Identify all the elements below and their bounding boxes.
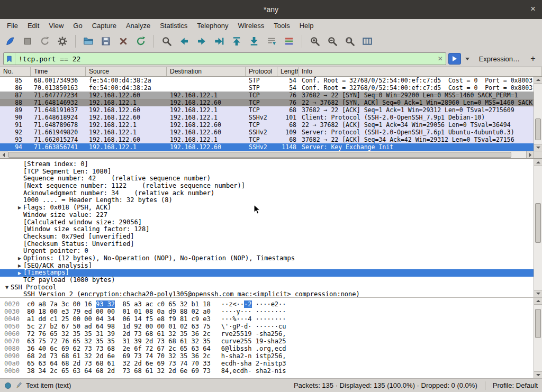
packet-row[interactable]: 90 71.648618924 192.168.122.60 192.168.1…	[0, 114, 534, 121]
detail-line[interactable]: [Checksum Status: Unverified]	[0, 241, 534, 248]
scroll-down-arrow[interactable]	[534, 144, 542, 151]
zoom-in-button[interactable]	[307, 33, 323, 49]
menu-item[interactable]: Wireless	[233, 20, 269, 31]
find-packet-button[interactable]	[159, 33, 175, 49]
details-scrollbar[interactable]	[534, 159, 542, 297]
zoom-original-button[interactable]: 1:1	[342, 33, 358, 49]
expander-icon[interactable]: ▶	[16, 205, 23, 210]
detail-line[interactable]: Window size value: 227	[0, 212, 534, 219]
detail-line[interactable]: ▼ SSH Protocol	[0, 284, 534, 291]
menu-item[interactable]: File	[2, 20, 23, 31]
filter-clear-icon[interactable]: ✕	[435, 55, 446, 62]
close-icon[interactable]: ×	[530, 0, 536, 18]
expression-button[interactable]: Expression…	[474, 55, 525, 63]
expander-icon[interactable]: ▶	[16, 271, 23, 276]
filter-apply-button[interactable]	[448, 53, 461, 65]
scroll-up-arrow[interactable]	[534, 298, 542, 305]
menu-item[interactable]: View	[44, 20, 68, 31]
detail-line[interactable]: ▶ [SEQ/ACK analysis]	[0, 262, 534, 270]
auto-scroll-button[interactable]	[264, 33, 279, 49]
menu-item[interactable]: Go	[68, 20, 87, 31]
menu-item[interactable]: Help	[295, 20, 319, 31]
hex-scrollbar[interactable]	[534, 298, 542, 378]
restart-capture-button[interactable]	[37, 33, 53, 49]
start-capture-button[interactable]	[2, 33, 18, 49]
column-header[interactable]: Time	[31, 67, 86, 76]
packet-row[interactable]: 94 71.663856741 192.168.122.1 192.168.12…	[0, 143, 534, 151]
detail-line[interactable]: ▶ Options: (12 bytes), No-Operation (NOP…	[0, 255, 534, 262]
menu-item[interactable]: Statistics	[155, 20, 192, 31]
detail-line[interactable]: Sequence number: 42 (relative sequence n…	[0, 175, 534, 183]
menu-item[interactable]: Edit	[23, 20, 44, 31]
packet-row[interactable]: 91 71.648789678 192.168.122.1 192.168.12…	[0, 121, 534, 129]
go-first-packet-button[interactable]	[229, 33, 245, 49]
scroll-down-arrow[interactable]	[534, 290, 542, 297]
column-header[interactable]: Info	[299, 67, 542, 76]
filter-dropdown-button[interactable]	[463, 53, 472, 65]
packet-row[interactable]: 92 71.661949820 192.168.122.1 192.168.12…	[0, 129, 534, 136]
go-last-packet-button[interactable]	[246, 33, 262, 49]
hex-row[interactable]: 0040 a1 dd c1 25 00 00 04 34 06 14 f5 e8…	[4, 315, 534, 323]
detail-line[interactable]: [Window size scaling factor: 128]	[0, 226, 534, 233]
packet-row[interactable]: 88 71.648146932 192.168.122.1 192.168.12…	[0, 99, 534, 106]
go-forward-button[interactable]	[194, 33, 210, 49]
detail-line[interactable]: TCP payload (1080 bytes)	[0, 277, 534, 284]
display-filter-input[interactable]	[15, 55, 435, 63]
stop-capture-button[interactable]	[20, 33, 35, 49]
hex-row[interactable]: 00b0 38 34 2c 65 63 64 68 2d 73 68 61 32…	[4, 367, 534, 375]
detail-line[interactable]: [TCP Segment Len: 1080]	[0, 168, 534, 176]
resize-columns-button[interactable]	[359, 33, 375, 49]
column-header[interactable]: Source	[86, 67, 167, 76]
detail-line[interactable]: Acknowledgment number: 34 (relative ack …	[0, 190, 534, 197]
scroll-up-arrow[interactable]	[534, 77, 542, 84]
column-header[interactable]: Destination	[167, 67, 246, 76]
add-filter-button[interactable]: +	[527, 53, 539, 65]
zoom-out-button[interactable]	[324, 33, 340, 49]
packet-row[interactable]: 87 71.647777234 192.168.122.60 192.168.1…	[0, 92, 534, 99]
detail-line[interactable]: 1000 .... = Header Length: 32 bytes (8)	[0, 197, 534, 204]
scrollbar-thumb[interactable]	[535, 309, 541, 338]
scrollbar-thumb[interactable]	[535, 203, 541, 243]
detail-line[interactable]: [Next sequence number: 1122 (relative se…	[0, 183, 534, 190]
hex-row[interactable]: 0020 c0 a8 7a 3c 00 16 93 32 85 a3 ac c0…	[4, 300, 534, 308]
detail-line[interactable]: ▶ Flags: 0x018 (PSH, ACK)	[0, 204, 534, 212]
detail-line[interactable]: Checksum: 0x79ed [unverified]	[0, 233, 534, 241]
colorize-packets-button[interactable]	[281, 33, 297, 49]
hex-row[interactable]: 0030 80 18 00 e3 79 ed 00 00 01 01 08 0a…	[4, 308, 534, 315]
reload-file-button[interactable]	[133, 33, 149, 49]
scrollbar-thumb[interactable]	[535, 118, 541, 140]
menu-item[interactable]: Analyze	[121, 20, 155, 31]
scroll-up-arrow[interactable]	[534, 159, 542, 166]
go-to-packet-button[interactable]	[211, 33, 227, 49]
capture-comment-icon[interactable]	[15, 381, 23, 389]
hex-row[interactable]: 0090 68 2d 73 68 61 32 2d 6e 69 73 74 70…	[4, 352, 534, 360]
packet-row[interactable]: 86 70.013850163 fe:54:00:d4:38:2a STP 54…	[0, 84, 534, 92]
scroll-left-arrow[interactable]	[0, 151, 7, 158]
profile-text[interactable]: Profile: Default	[493, 381, 538, 389]
close-file-button[interactable]	[115, 33, 131, 49]
filter-bookmark-icon[interactable]	[4, 53, 15, 65]
display-filter-field[interactable]: ✕	[3, 52, 446, 65]
titlebar[interactable]: *any ×	[0, 0, 542, 19]
packet-row[interactable]: 85 68.001734936 fe:54:00:d4:38:2a STP 54…	[0, 77, 534, 84]
hex-row[interactable]: 0060 72 76 65 32 35 35 31 39 2d 73 68 61…	[4, 330, 534, 338]
expander-icon[interactable]: ▶	[16, 256, 23, 261]
column-header[interactable]: Protocol	[246, 67, 277, 76]
detail-line[interactable]: [Stream index: 0]	[0, 161, 534, 168]
open-file-button[interactable]	[80, 33, 96, 49]
menu-item[interactable]: Tools	[269, 20, 294, 31]
go-back-button[interactable]	[176, 33, 192, 49]
hscrollbar-thumb[interactable]	[8, 152, 511, 158]
expert-info-icon[interactable]	[4, 382, 12, 389]
column-header[interactable]: Length	[277, 67, 299, 76]
detail-line[interactable]: Urgent pointer: 0	[0, 248, 534, 255]
detail-line[interactable]: SSH Version 2 (encryption:chacha20-poly1…	[0, 291, 534, 297]
menu-item[interactable]: Capture	[87, 20, 121, 31]
scroll-down-arrow[interactable]	[534, 371, 542, 378]
hex-row[interactable]: 0050 5c 27 b2 67 50 ad 64 98 1d 92 00 00…	[4, 323, 534, 330]
hex-row[interactable]: 0080 36 40 6c 69 62 73 73 68 2e 6f 72 67…	[4, 345, 534, 352]
packet-list-hscrollbar[interactable]	[0, 151, 542, 158]
packet-list-scrollbar[interactable]	[534, 77, 542, 151]
hex-row[interactable]: 0070 63 75 72 76 65 32 35 35 31 39 2d 73…	[4, 338, 534, 345]
column-header[interactable]: No.	[0, 67, 31, 76]
